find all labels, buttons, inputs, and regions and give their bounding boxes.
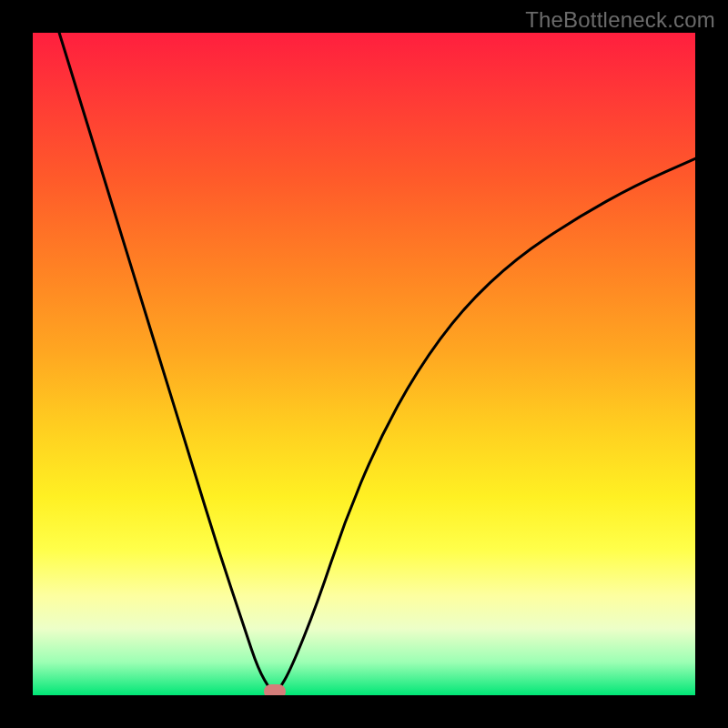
plot-area	[33, 33, 695, 695]
chart-frame: TheBottleneck.com	[0, 0, 728, 728]
bottleneck-curve	[33, 33, 695, 695]
watermark-text: TheBottleneck.com	[525, 7, 715, 33]
notch-marker	[264, 684, 286, 695]
